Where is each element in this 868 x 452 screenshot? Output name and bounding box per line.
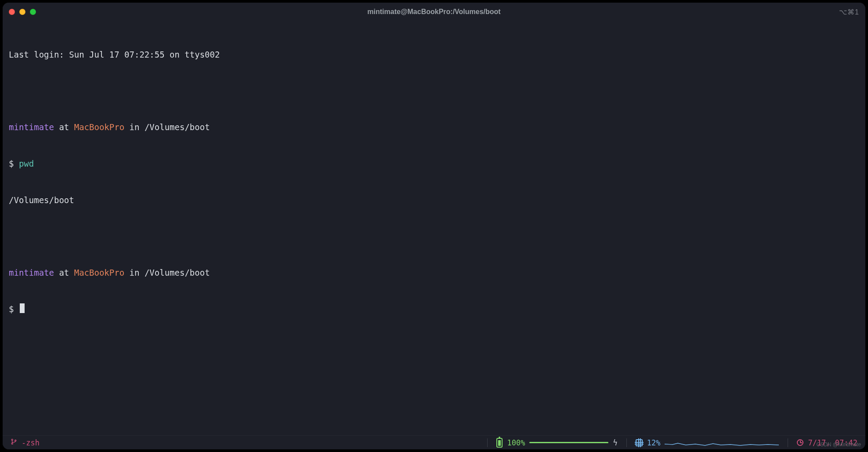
svg-point-2	[15, 440, 16, 441]
cpu-percent: 12%	[647, 438, 661, 447]
battery-bar	[529, 442, 608, 443]
zoom-button[interactable]	[30, 9, 36, 15]
separator	[626, 438, 627, 447]
prompt-host: MacBookPro	[74, 122, 124, 132]
prompt-path: /Volumes/boot	[145, 122, 210, 132]
battery-percent: 100%	[507, 438, 525, 447]
minimize-button[interactable]	[19, 9, 25, 15]
clock-icon	[797, 439, 803, 446]
window-title: mintimate@MacBookPro:/Volumes/boot	[3, 8, 865, 16]
command-line: $ pwd	[9, 158, 859, 170]
prompt-path: /Volumes/boot	[145, 268, 210, 277]
prompt-user: mintimate	[9, 268, 54, 277]
charging-icon: ϟ	[613, 438, 617, 447]
close-button[interactable]	[9, 9, 15, 15]
cpu-sparkline	[665, 438, 779, 448]
keyboard-shortcut-hint: ⌥⌘1	[839, 8, 859, 16]
terminal-viewport[interactable]: Last login: Sun Jul 17 07:22:55 on ttys0…	[3, 21, 865, 435]
svg-point-1	[11, 443, 13, 444]
prompt-at: at	[54, 268, 74, 277]
prompt-in: in	[124, 268, 145, 277]
prompt-in: in	[124, 122, 145, 132]
status-shell: -zsh	[11, 438, 40, 447]
blank-line	[9, 230, 859, 243]
svg-point-0	[11, 439, 13, 441]
separator	[487, 438, 488, 447]
cursor	[20, 303, 25, 313]
separator	[788, 438, 788, 447]
status-bar: -zsh 100% ϟ 12% 7/17, 07:42	[3, 435, 865, 449]
prompt-at: at	[54, 122, 74, 132]
command-text: pwd	[19, 159, 34, 168]
prompt-host: MacBookPro	[74, 268, 124, 277]
command-line-active[interactable]: $	[9, 303, 859, 316]
last-login-line: Last login: Sun Jul 17 07:22:55 on ttys0…	[9, 49, 859, 61]
prompt-symbol: $	[9, 304, 19, 314]
branch-icon	[11, 438, 17, 447]
titlebar: mintimate@MacBookPro:/Volumes/boot ⌥⌘1	[3, 3, 865, 21]
battery-icon	[496, 438, 503, 448]
prompt-context: mintimate at MacBookPro in /Volumes/boot	[9, 121, 859, 134]
window-controls	[9, 9, 36, 15]
prompt-context: mintimate at MacBookPro in /Volumes/boot	[9, 267, 859, 279]
terminal-window: mintimate@MacBookPro:/Volumes/boot ⌥⌘1 L…	[3, 3, 865, 449]
prompt-symbol: $	[9, 159, 19, 168]
watermark: CSDN @Mintimate	[816, 441, 861, 448]
prompt-user: mintimate	[9, 122, 54, 132]
shell-name: -zsh	[22, 438, 40, 447]
blank-line	[9, 85, 859, 98]
status-cpu: 12%	[636, 438, 779, 448]
command-output: /Volumes/boot	[9, 194, 859, 207]
cpu-icon	[636, 439, 643, 446]
status-battery: 100% ϟ	[496, 438, 617, 448]
